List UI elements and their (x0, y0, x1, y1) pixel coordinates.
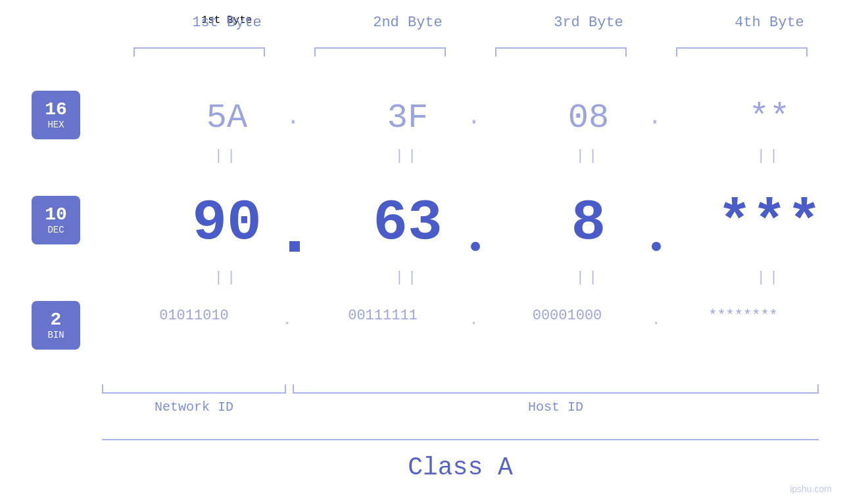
byte1-header: 1st Byte (161, 14, 293, 31)
hex-badge-label: HEX (47, 120, 64, 130)
top-bracket-4 (676, 47, 808, 57)
hex-byte3: 08 (523, 99, 654, 137)
dec-badge-number: 10 (45, 205, 67, 225)
dec-badge-label: DEC (47, 225, 64, 235)
network-id-label: Network ID (102, 400, 286, 415)
bin-dot1: . (283, 312, 291, 329)
dec-byte2: 63 (342, 191, 473, 256)
top-bracket-3 (495, 47, 627, 57)
hex-dot1: . (286, 104, 301, 131)
hex-byte4: ** (704, 99, 835, 137)
hex-dot3: . (648, 104, 662, 131)
bin-byte2: 00111111 (294, 308, 471, 324)
bin-badge-label: BIN (47, 330, 64, 340)
bin-dot2: . (470, 312, 478, 329)
eq-dec-bin-1: || (161, 269, 293, 286)
bin-badge-number: 2 (51, 310, 62, 331)
host-id-label: Host ID (293, 400, 819, 415)
dec-byte3: 8 (523, 191, 654, 256)
eq-hex-dec-2: || (342, 148, 473, 164)
bin-byte3: 00001000 (480, 308, 654, 324)
hex-byte2: 3F (342, 99, 473, 137)
bin-badge: 2 BIN (32, 301, 80, 350)
svg-point-2 (652, 242, 661, 251)
eq-hex-dec-1: || (161, 148, 293, 164)
eq-dec-bin-3: || (523, 269, 654, 286)
top-bracket-1 (133, 47, 265, 57)
svg-point-1 (471, 242, 480, 251)
dec-dot1 (289, 241, 300, 252)
net-id-bracket (102, 384, 286, 394)
page-layout: 1st Byte 1st Byte 2nd Byte 3rd Byte 4th … (0, 0, 845, 504)
dec-byte4: *** (704, 191, 835, 256)
hex-badge-number: 16 (45, 100, 67, 120)
hex-badge: 16 HEX (32, 91, 80, 139)
dec-badge: 10 DEC (32, 196, 80, 244)
host-id-bracket (293, 384, 819, 394)
dec-dot2 (470, 241, 481, 252)
hex-dot2: . (467, 104, 481, 131)
hex-byte1: 5A (161, 99, 293, 137)
bin-dot3: . (652, 312, 660, 329)
bin-byte4: ******** (661, 308, 825, 324)
eq-dec-bin-4: || (704, 269, 835, 286)
dec-byte1: 90 (161, 191, 293, 256)
eq-dec-bin-2: || (342, 269, 473, 286)
byte4-header: 4th Byte (704, 14, 835, 31)
byte2-header: 2nd Byte (342, 14, 473, 31)
class-label: Class A (102, 453, 819, 482)
watermark: ipshu.com (790, 484, 832, 494)
eq-hex-dec-4: || (704, 148, 835, 164)
class-line (102, 439, 819, 440)
eq-hex-dec-3: || (523, 148, 654, 164)
bin-byte1: 01011010 (105, 308, 283, 324)
top-bracket-2 (314, 47, 446, 57)
dec-dot3 (651, 241, 662, 252)
byte3-header: 3rd Byte (523, 14, 654, 31)
svg-point-0 (290, 242, 299, 251)
